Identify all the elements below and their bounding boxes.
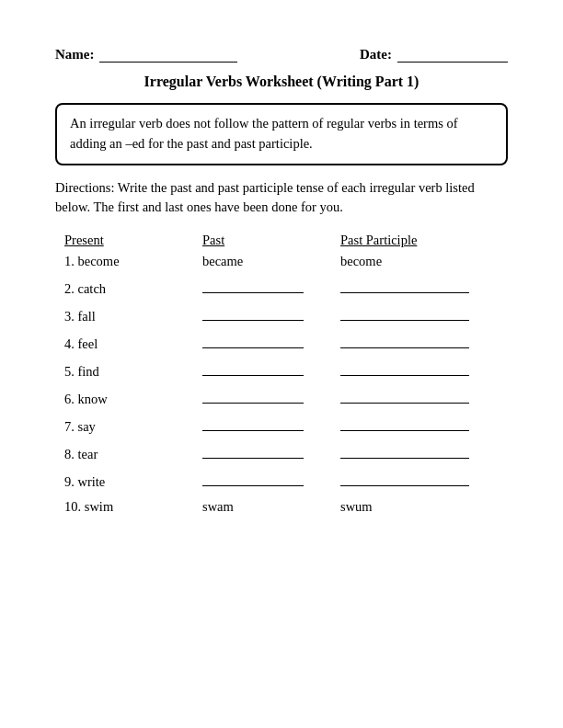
table-row: 1. becomebecamebecome [55,254,508,269]
verb-past[interactable] [202,472,340,490]
participle-blank-line[interactable] [340,389,469,404]
name-section: Name: [55,46,237,63]
past-blank-line[interactable] [202,472,304,486]
table-row: 6. know [55,389,508,407]
verb-participle[interactable] [340,361,506,380]
participle-blank-line[interactable] [340,334,469,348]
verb-present: 7. say [64,419,202,435]
verb-past[interactable] [202,361,340,380]
participle-blank-line[interactable] [340,306,469,321]
verb-present: 1. become [64,254,202,269]
past-blank-line[interactable] [202,416,304,431]
past-blank-line[interactable] [202,361,304,376]
verb-participle[interactable] [340,444,506,462]
verb-present: 4. feel [64,336,202,352]
table-row: 10. swimswamswum [55,499,508,515]
date-field[interactable] [397,46,508,63]
table-row: 9. write [55,472,508,490]
participle-blank-line[interactable] [340,279,469,293]
table-row: 3. fall [55,306,508,324]
verb-present: 10. swim [64,499,202,515]
verb-past[interactable] [202,416,340,435]
col-header-past: Past [202,233,340,248]
participle-blank-line[interactable] [340,416,469,431]
past-blank-line[interactable] [202,306,304,321]
definition-box: An irregular verb does not follow the pa… [55,103,508,165]
past-blank-line[interactable] [202,444,304,459]
verb-participle[interactable] [340,389,506,407]
verb-participle[interactable] [340,416,506,435]
col-header-present: Present [64,233,202,248]
past-blank-line[interactable] [202,389,304,404]
verb-past[interactable] [202,444,340,462]
directions-text: Directions: Write the past and past part… [55,178,508,219]
verb-past[interactable] [202,389,340,407]
verb-participle: swum [340,499,506,515]
table-row: 7. say [55,416,508,435]
participle-blank-line[interactable] [340,361,469,376]
table-row: 5. find [55,361,508,380]
table-row: 2. catch [55,279,508,297]
verb-participle: become [340,254,506,269]
verb-participle[interactable] [340,334,506,352]
verb-present: 9. write [64,474,202,490]
table-row: 4. feel [55,334,508,352]
verb-participle[interactable] [340,472,506,490]
verb-past[interactable] [202,279,340,297]
verb-participle[interactable] [340,306,506,324]
past-blank-line[interactable] [202,279,304,293]
participle-blank-line[interactable] [340,472,469,486]
verb-past[interactable] [202,306,340,324]
columns-header: Present Past Past Participle [55,233,508,248]
verb-present: 5. find [64,364,202,380]
participle-blank-line[interactable] [340,444,469,459]
page-title: Irregular Verbs Worksheet (Writing Part … [55,74,508,90]
name-label: Name: [55,47,94,63]
verb-present: 6. know [64,392,202,407]
verb-past: became [202,254,340,269]
header: Name: Date: [55,46,508,63]
verb-participle[interactable] [340,279,506,297]
table-row: 8. tear [55,444,508,462]
col-header-participle: Past Participle [340,233,506,248]
date-section: Date: [360,46,508,63]
verb-list: 1. becomebecamebecome2. catch3. fall4. f… [55,254,508,515]
definition-text: An irregular verb does not follow the pa… [70,116,458,151]
verb-present: 2. catch [64,281,202,297]
verb-past: swam [202,499,340,515]
past-blank-line[interactable] [202,334,304,348]
verb-present: 8. tear [64,447,202,462]
date-label: Date: [360,47,392,63]
name-field[interactable] [99,46,237,63]
verb-past[interactable] [202,334,340,352]
verb-present: 3. fall [64,309,202,324]
